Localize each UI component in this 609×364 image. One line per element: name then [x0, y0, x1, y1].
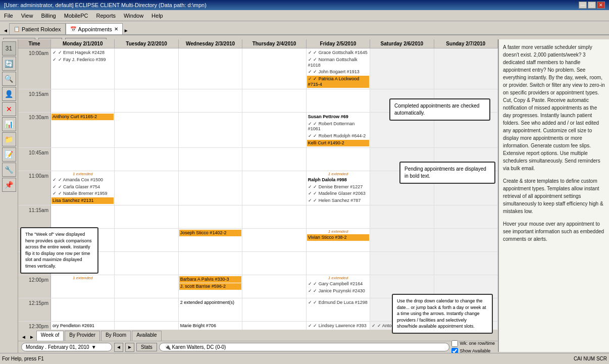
day-cell-0-0[interactable]: ✓ Ernst Hageuk #2428✓ Fay J. Federico #3… [51, 48, 115, 89]
day-cell-4-2[interactable] [179, 171, 242, 205]
day-cell-5-3[interactable] [242, 205, 306, 228]
appointment-item[interactable]: ✓ Fay J. Federico #399 [52, 57, 114, 63]
menu-billing[interactable]: Billing [39, 12, 58, 20]
appointment-item[interactable]: 2 extended appointment(s) [179, 299, 241, 306]
appointment-item[interactable]: Vivian Sticco #38-2 [307, 234, 369, 241]
appointment-item[interactable]: ✓ Amanda Cox #1500 [52, 177, 114, 183]
day-cell-2-0[interactable]: Anthony Curt #1165-2 [51, 113, 115, 147]
day-cell-7-5[interactable] [370, 252, 434, 275]
tab-nav-right[interactable]: ► [123, 27, 130, 34]
day-cell-1-2[interactable] [179, 89, 242, 112]
appointment-item[interactable]: J. scott Barrise #596-2 [179, 283, 241, 290]
appointment-item[interactable]: ✓ Natalie Bremer #1959 [52, 190, 114, 197]
day-cell-6-4[interactable]: 1 extendedVivian Sticco #38-2 [307, 229, 370, 251]
calendar-dropdown-icon[interactable]: ▼ [91, 344, 96, 350]
appointment-item[interactable]: Susan Pettrow #69 [307, 114, 369, 120]
day-cell-0-3[interactable] [242, 48, 306, 89]
tab-appointments[interactable]: 📅 Appointments ✕ [66, 23, 123, 34]
appointment-item[interactable]: ✓ Janice Puzynski #2430 [307, 288, 369, 294]
appointment-item[interactable]: ✓ Ernst Hageuk #2428 [52, 49, 114, 56]
appointment-item[interactable]: ✓ Madeline Glaser #2063 [307, 190, 369, 197]
day-cell-0-2[interactable] [179, 48, 242, 89]
day-cell-3-1[interactable] [115, 148, 178, 171]
bottom-tab-available[interactable]: Available [132, 331, 161, 341]
day-cell-0-1[interactable] [115, 48, 178, 89]
day-cell-1-4[interactable] [307, 89, 370, 112]
maximize-button[interactable]: □ [588, 2, 596, 9]
sidebar-icon-2[interactable]: 🔄 [2, 57, 16, 71]
sidebar-icon-3[interactable]: 🔍 [2, 72, 16, 86]
appointment-item[interactable]: ory Pendleton #2691 [52, 323, 114, 329]
day-cell-7-1[interactable] [115, 252, 178, 275]
bottom-nav-right[interactable]: ► [28, 333, 35, 341]
stats-button[interactable]: Stats [136, 343, 157, 351]
day-cell-0-6[interactable] [434, 48, 498, 89]
sidebar-icon-4[interactable]: 👤 [2, 87, 16, 101]
sidebar-icon-calendar[interactable]: 31 [2, 41, 16, 56]
appointment-item[interactable]: Marie Bright #706 [179, 323, 241, 329]
minimize-button[interactable]: — [579, 2, 587, 9]
day-cell-7-2[interactable] [179, 252, 242, 275]
day-cell-6-2[interactable]: Joseph Sticco #1402-2 [179, 229, 242, 251]
sidebar-icon-9[interactable]: 🔧 [2, 163, 16, 177]
appointment-item[interactable]: Barbara A Palvis #330-3 [179, 276, 241, 283]
menu-file[interactable]: File [2, 12, 15, 20]
day-cell-9-3[interactable] [242, 298, 306, 321]
sidebar-icon-10[interactable]: 📌 [2, 178, 16, 192]
appointment-item[interactable]: Ralph Dalola #998 [307, 177, 369, 183]
day-cell-9-0[interactable] [51, 298, 115, 321]
day-cell-2-2[interactable] [179, 113, 242, 147]
day-cell-6-6[interactable] [434, 229, 498, 251]
provider-display[interactable]: 🔌 Karen Walters, DC (0-0) [159, 343, 450, 351]
day-cell-8-4[interactable]: 1 extended✓ Gary Campbell #2164✓ Janice … [307, 275, 370, 298]
day-cell-3-3[interactable] [242, 148, 306, 171]
appointment-item[interactable]: ✓ John Bogaert #1913 [307, 69, 369, 75]
appointment-item[interactable]: ✓ Lindsey Lawrence #393 [307, 323, 369, 329]
appointment-item[interactable]: ✓ Helen Sanchez #787 [307, 197, 369, 204]
wk-row-checkbox[interactable] [451, 340, 458, 347]
bottom-nav-left[interactable]: ◄ [20, 333, 27, 341]
day-cell-6-5[interactable] [370, 229, 434, 251]
day-cell-7-6[interactable] [434, 252, 498, 275]
day-cell-5-5[interactable] [370, 205, 434, 228]
menu-reports[interactable]: Reports [94, 12, 118, 20]
day-cell-9-2[interactable]: 2 extended appointment(s) [179, 298, 242, 321]
day-cell-2-4[interactable]: Susan Pettrow #69✓ Robert Dotterman #106… [307, 113, 370, 147]
day-cell-9-4[interactable]: ✓ Edmund De Luca #1298 [307, 298, 370, 321]
day-cell-8-0[interactable]: 1 extended [51, 275, 115, 298]
sidebar-icon-6[interactable]: 📊 [2, 117, 16, 131]
day-cell-2-1[interactable] [115, 113, 178, 147]
date-nav-right[interactable]: ► [125, 343, 134, 352]
day-cell-8-3[interactable] [242, 275, 306, 298]
close-button[interactable]: ✕ [597, 2, 605, 9]
appointment-item[interactable]: ✓ Denise Bremer #1227 [307, 184, 369, 190]
sidebar-icon-8[interactable]: 📝 [2, 147, 16, 162]
tab-nav-left[interactable]: ◄ [2, 27, 9, 34]
appointment-item[interactable]: ✓ Grace Gottschalk #1645 [307, 49, 369, 56]
bottom-tab-week[interactable]: Week of [36, 331, 64, 341]
menu-help[interactable]: Help [149, 12, 165, 20]
appointment-item[interactable]: ✓ Gary Campbell #2164 [307, 281, 369, 287]
day-cell-8-1[interactable] [115, 275, 178, 298]
day-cell-3-4[interactable] [307, 148, 370, 171]
appointment-item[interactable]: Anthony Curt #1165-2 [52, 114, 114, 120]
day-cell-4-3[interactable] [242, 171, 306, 205]
day-cell-5-2[interactable] [179, 205, 242, 228]
menu-mobilepc[interactable]: MobilePC [62, 12, 90, 20]
appointment-item[interactable]: ✓ Robert Rudolph #644-2 [307, 133, 369, 139]
menu-view[interactable]: View [19, 12, 35, 20]
day-cell-9-1[interactable] [115, 298, 178, 321]
day-cell-6-1[interactable] [115, 229, 178, 251]
sidebar-icon-5[interactable]: ✕ [2, 102, 16, 116]
day-cell-1-3[interactable] [242, 89, 306, 112]
appointment-item[interactable]: Joseph Sticco #1402-2 [179, 230, 241, 236]
day-cell-4-4[interactable]: 1 extendedRalph Dalola #998✓ Denise Brem… [307, 171, 370, 205]
day-cell-3-0[interactable] [51, 148, 115, 171]
tab-patient-rolodex[interactable]: 📋 Patient Rolodex [9, 23, 66, 34]
appointment-item[interactable]: ✓ Carla Glaser #754 [52, 184, 114, 190]
sidebar-icon-7[interactable]: 📁 [2, 132, 16, 146]
day-cell-5-4[interactable] [307, 205, 370, 228]
appointment-item[interactable]: ✓ Edmund De Luca #1298 [307, 299, 369, 306]
menu-window[interactable]: Window [122, 12, 145, 20]
day-cell-4-1[interactable] [115, 171, 178, 205]
